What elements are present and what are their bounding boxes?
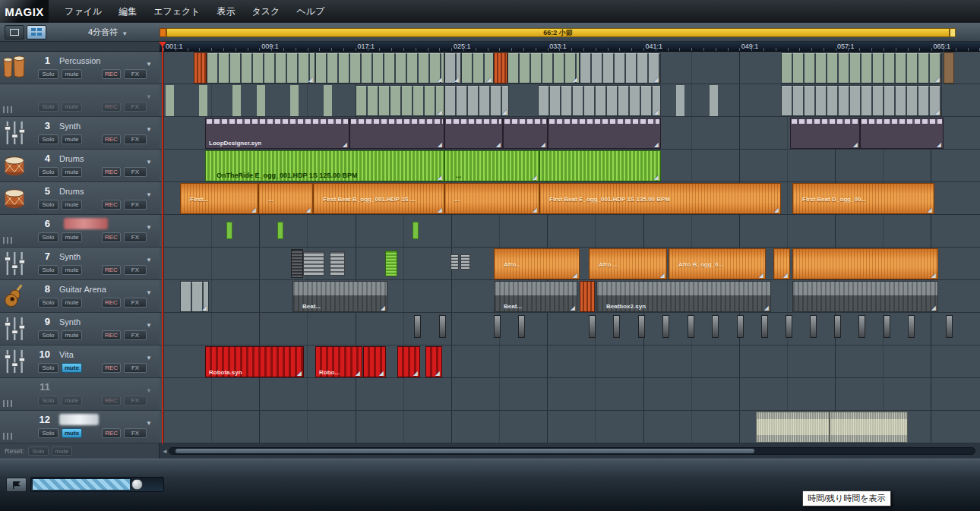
clip[interactable] (712, 315, 719, 338)
clip[interactable]: First Beat D_ogg_00... (792, 183, 934, 214)
clip[interactable]: ... (258, 183, 313, 214)
menu-item-5[interactable]: タスク (252, 5, 280, 18)
rec-button[interactable]: REC (102, 232, 121, 242)
rec-button[interactable]: REC (102, 396, 121, 405)
clip[interactable] (539, 150, 661, 181)
solo-button[interactable]: Solo (38, 428, 58, 438)
clip[interactable] (303, 251, 324, 276)
clip[interactable] (662, 315, 669, 338)
clip[interactable] (781, 52, 942, 84)
clip[interactable] (786, 315, 792, 338)
clip[interactable] (450, 254, 459, 270)
track-dropdown-icon[interactable] (146, 284, 152, 298)
rec-button[interactable]: REC (102, 69, 121, 79)
rec-button[interactable]: REC (102, 265, 121, 275)
clip[interactable] (761, 315, 768, 338)
mute-button[interactable]: mute (62, 396, 82, 405)
solo-button[interactable]: Solo (38, 330, 58, 340)
clip[interactable] (349, 118, 444, 149)
mute-button[interactable]: mute (62, 232, 82, 242)
track-dropdown-icon[interactable] (146, 382, 152, 396)
rec-button[interactable]: REC (102, 330, 121, 340)
clip[interactable]: First Beat E_ogg_001.HDP 1S 135.00 BPM (539, 183, 781, 214)
track-header[interactable]: 6SolomuteRECFX (0, 215, 160, 248)
track-dropdown-icon[interactable] (146, 219, 152, 232)
mute-button[interactable]: mute (62, 363, 82, 373)
fx-button[interactable]: FX (124, 69, 147, 79)
track-header[interactable]: 7SynthSolomuteRECFX (0, 248, 160, 280)
solo-button[interactable]: Solo (38, 396, 58, 405)
track-dropdown-icon[interactable] (146, 88, 152, 102)
fx-button[interactable]: FX (124, 396, 147, 405)
reset-mute-button[interactable]: mute (52, 446, 72, 456)
mute-button[interactable]: mute (62, 330, 82, 340)
clip[interactable]: First... (180, 183, 258, 214)
clip[interactable] (518, 315, 525, 338)
clip[interactable] (810, 315, 817, 338)
clip[interactable] (834, 315, 841, 338)
clip[interactable]: First Beat B_ogg_001.HDP 1S ... (313, 183, 444, 214)
clip[interactable]: Robota.syn (205, 346, 304, 377)
volume-slider[interactable] (30, 477, 164, 492)
clip[interactable] (207, 52, 315, 84)
clip[interactable] (444, 52, 461, 84)
clip[interactable] (676, 85, 735, 116)
track-header[interactable]: 8Guitar ArenaSolomuteRECFX (0, 280, 160, 313)
track-dropdown-icon[interactable] (146, 415, 152, 428)
clip[interactable] (638, 315, 645, 338)
playback-range-bar[interactable]: 66:2 小節 (166, 28, 950, 37)
mute-button[interactable]: mute (62, 265, 82, 275)
clip[interactable] (944, 52, 954, 84)
solo-button[interactable]: Solo (38, 200, 58, 210)
track-header[interactable]: 9SynthSolomuteRECFX (0, 313, 160, 345)
clip[interactable] (756, 412, 830, 443)
track-header[interactable]: 10VitaSolomuteRECFX (0, 345, 160, 378)
clip[interactable] (503, 118, 548, 149)
clip[interactable] (507, 52, 580, 84)
clip[interactable] (397, 346, 420, 377)
clip[interactable] (580, 52, 661, 84)
fx-button[interactable]: FX (124, 102, 147, 112)
track-header[interactable]: 11SolomuteRECFX (0, 378, 160, 411)
clip[interactable] (494, 315, 501, 338)
clip[interactable] (589, 315, 596, 338)
track-dropdown-icon[interactable] (146, 186, 152, 200)
track-header[interactable]: SolomuteRECFX (0, 84, 160, 117)
rec-button[interactable]: REC (102, 200, 121, 210)
fx-button[interactable]: FX (124, 298, 147, 308)
mute-button[interactable]: mute (62, 69, 82, 79)
arrangement-area[interactable]: LoopDesigner.synOnTheRide E_ogg_001.HDP … (160, 52, 980, 443)
clip[interactable] (461, 52, 494, 84)
track-dropdown-icon[interactable] (146, 121, 152, 134)
horizontal-scrollbar[interactable] (169, 447, 975, 455)
clip[interactable] (792, 248, 938, 279)
fx-button[interactable]: FX (124, 200, 147, 210)
object-mode-button[interactable] (27, 25, 46, 39)
solo-button[interactable]: Solo (38, 167, 58, 177)
fx-button[interactable]: FX (124, 167, 147, 177)
clip[interactable] (444, 85, 509, 116)
scroll-left-icon[interactable]: ◄ (162, 448, 168, 455)
rec-button[interactable]: REC (102, 428, 121, 438)
clip[interactable] (385, 251, 397, 276)
clip[interactable] (444, 118, 503, 149)
clip[interactable]: ... (444, 150, 539, 181)
clip[interactable] (460, 254, 470, 270)
track-dropdown-icon[interactable] (146, 251, 152, 265)
clip[interactable] (494, 52, 507, 84)
track-dropdown-icon[interactable] (146, 349, 152, 363)
clip[interactable] (277, 222, 283, 239)
clip[interactable] (580, 281, 595, 312)
solo-button[interactable]: Solo (38, 102, 58, 112)
clip[interactable] (257, 85, 351, 116)
mouse-mode-button[interactable] (5, 25, 24, 39)
clip[interactable] (439, 315, 446, 338)
mute-button[interactable]: mute (62, 298, 82, 308)
rec-button[interactable]: REC (102, 134, 121, 144)
range-end-handle[interactable] (950, 28, 956, 37)
clip[interactable] (790, 118, 860, 149)
fx-button[interactable]: FX (124, 330, 147, 340)
mute-button[interactable]: mute (62, 134, 82, 144)
solo-button[interactable]: Solo (38, 69, 58, 79)
clip[interactable] (773, 248, 790, 279)
